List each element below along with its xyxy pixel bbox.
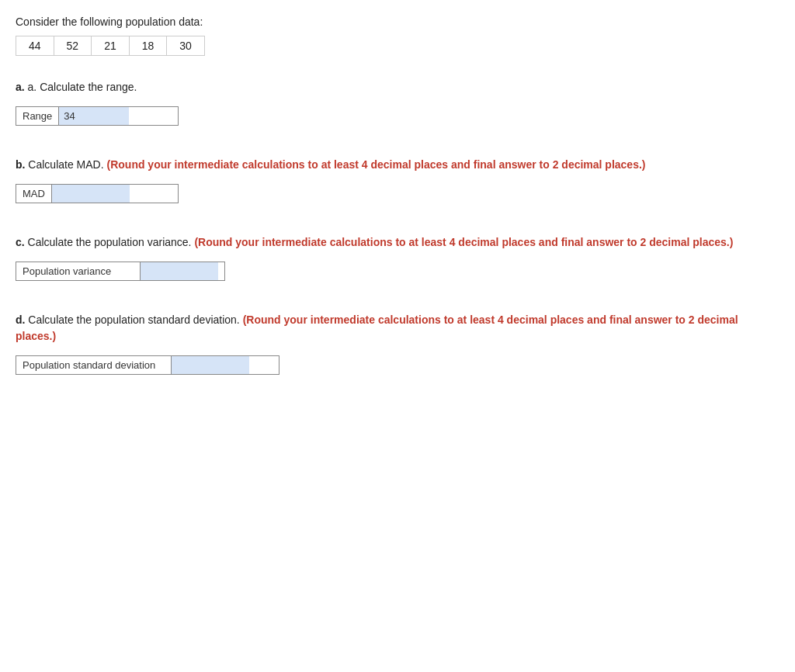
- section-c-red: (Round your intermediate calculations to…: [194, 236, 733, 248]
- data-cell-2: 21: [92, 36, 130, 56]
- data-cell-3: 18: [129, 36, 167, 56]
- range-input-row: Range: [16, 106, 179, 126]
- section-a-text: a. Calculate the range.: [28, 81, 137, 93]
- pop-variance-input-row: Population variance: [16, 262, 225, 281]
- section-b-label: b. Calculate MAD. (Round your intermedia…: [16, 157, 779, 173]
- pop-stddev-input-row: Population standard deviation: [16, 355, 279, 375]
- section-b-letter: b.: [16, 158, 25, 171]
- data-cell-4: 30: [167, 36, 205, 56]
- mad-input-row: MAD: [16, 184, 179, 203]
- intro-text: Consider the following population data:: [16, 16, 779, 28]
- section-b-text: Calculate MAD.: [28, 158, 106, 171]
- data-cell-1: 52: [54, 36, 92, 56]
- range-input[interactable]: [59, 107, 129, 125]
- range-input-label: Range: [16, 107, 59, 125]
- pop-stddev-input-label: Population standard deviation: [16, 356, 172, 374]
- section-c-label: c. Calculate the population variance. (R…: [16, 234, 779, 251]
- section-d: d. Calculate the population standard dev…: [16, 312, 779, 375]
- section-c-letter: c.: [16, 236, 25, 248]
- section-a-label: a. a. Calculate the range.: [16, 79, 779, 95]
- section-b: b. Calculate MAD. (Round your intermedia…: [16, 157, 779, 203]
- section-a-letter: a.: [16, 81, 25, 93]
- data-cell-0: 44: [16, 36, 54, 56]
- section-c: c. Calculate the population variance. (R…: [16, 234, 779, 281]
- data-table: 44 52 21 18 30: [16, 36, 205, 56]
- section-c-text: Calculate the population variance.: [28, 236, 195, 248]
- pop-variance-input-label: Population variance: [16, 262, 141, 280]
- section-a: a. a. Calculate the range. Range: [16, 79, 779, 126]
- section-d-letter: d.: [16, 313, 25, 326]
- section-b-red: (Round your intermediate calculations to…: [107, 158, 646, 171]
- pop-stddev-input[interactable]: [172, 356, 249, 374]
- mad-input-label: MAD: [16, 185, 52, 203]
- section-d-label: d. Calculate the population standard dev…: [16, 312, 779, 345]
- pop-variance-input[interactable]: [141, 262, 218, 280]
- mad-input[interactable]: [52, 185, 130, 203]
- data-table-wrapper: 44 52 21 18 30: [16, 36, 779, 56]
- section-d-text: Calculate the population standard deviat…: [28, 313, 242, 326]
